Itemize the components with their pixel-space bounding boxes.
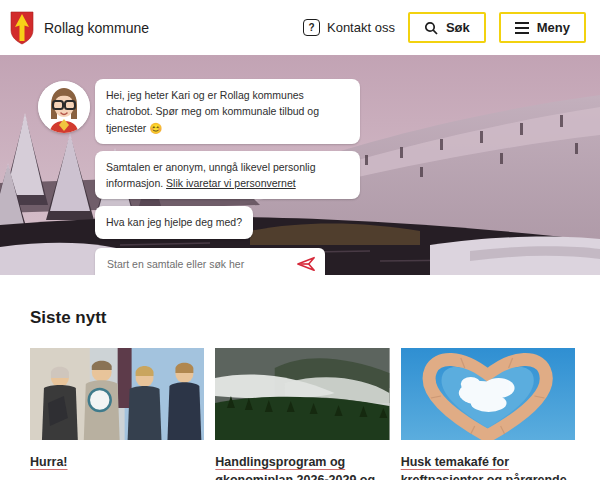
send-icon[interactable]: [297, 256, 315, 272]
hamburger-icon: [515, 22, 529, 34]
news-image-foggy-forest: [215, 348, 389, 440]
contact-link[interactable]: ? Kontakt oss: [303, 19, 395, 36]
chat-message-help: Hva kan jeg hjelpe deg med?: [95, 206, 253, 238]
kari-avatar-icon: [38, 81, 90, 133]
news-image-people-with-plaque: [30, 348, 204, 440]
privacy-link[interactable]: Slik ivaretar vi personvernet: [166, 177, 296, 189]
contact-label: Kontakt oss: [327, 20, 395, 35]
chatbot-avatar: [38, 81, 90, 133]
hero-section: Hei, jeg heter Kari og er Rollag kommune…: [0, 55, 600, 275]
search-button[interactable]: Søk: [408, 12, 486, 43]
news-card-traffic-safety[interactable]: Hurra! Rollag kommune har i dag blitt re…: [30, 348, 204, 480]
menu-button[interactable]: Meny: [499, 12, 586, 43]
question-icon: ?: [303, 19, 320, 36]
chatbot-widget: Hei, jeg heter Kari og er Rollag kommune…: [38, 79, 338, 275]
news-image-hands-heart: [401, 348, 575, 440]
news-title-link[interactable]: Handlingsprogram og økonomiplan 2026-202…: [215, 453, 389, 480]
chat-input[interactable]: [105, 257, 297, 271]
news-section: Siste nytt Hurra! Rollag kommu: [0, 308, 600, 480]
municipality-coat-of-arms-icon: [10, 11, 34, 45]
chat-message-greeting: Hei, jeg heter Kari og er Rollag kommune…: [95, 79, 360, 144]
site-header: Rollag kommune ? Kontakt oss Søk Meny: [0, 0, 600, 55]
site-title[interactable]: Rollag kommune: [44, 20, 149, 36]
news-card-cancer-cafe[interactable]: Husk temakafé for kreftpasienter og pårø…: [401, 348, 575, 480]
search-icon: [424, 21, 438, 35]
chat-input-wrapper: [95, 248, 325, 275]
news-heading: Siste nytt: [30, 308, 575, 328]
news-title-link[interactable]: Hurra!: [30, 453, 204, 471]
chat-message-privacy: Samtalen er anonym, unngå likevel person…: [95, 151, 360, 200]
news-card-budget[interactable]: Handlingsprogram og økonomiplan 2026-202…: [215, 348, 389, 480]
news-title-link[interactable]: Husk temakafé for kreftpasienter og pårø…: [401, 453, 575, 480]
